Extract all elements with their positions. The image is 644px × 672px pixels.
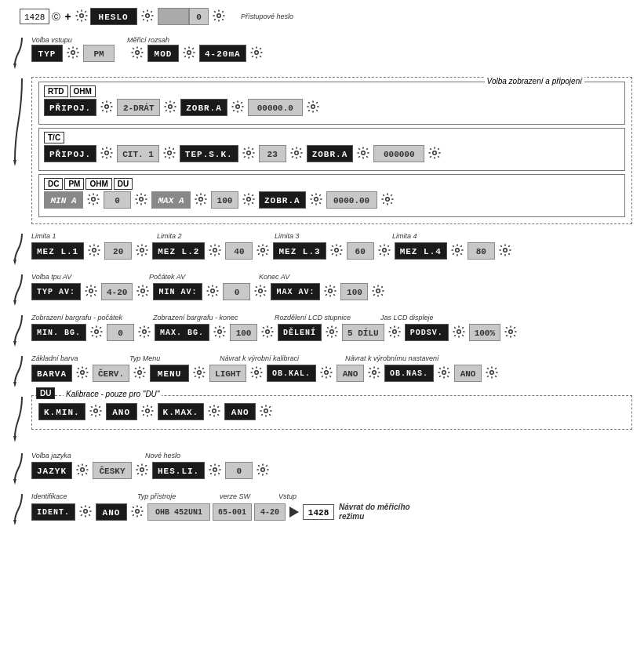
merici-label: Měřicí rozsah [127,36,267,44]
password-row: 1428 Ⓒ + HESLO 0 Přístupové heslo [12,8,632,25]
svg-point-36 [141,289,145,293]
max-bg-val: 100 [230,324,257,341]
gear-bg-6 [386,325,403,340]
svg-point-51 [81,371,85,375]
mez3-display: MEZ L.3 [273,242,326,260]
circle-c-icon: Ⓒ [52,11,60,23]
bargraf-controls-row: MIN. BG. 0 MAX. BG. [31,324,632,341]
gear-bv-5 [318,365,335,381]
svg-point-9 [105,105,109,109]
gear-id-2 [129,504,146,520]
av-max-val: 100 [340,283,368,300]
jazyk-labels-row: Volba jazyka Nové heslo [31,452,632,460]
svg-marker-59 [13,436,16,442]
bargraf-roz-label: Rozdělení LCD stupnice [275,314,377,321]
gear-bv-6 [366,365,383,381]
svg-point-32 [456,249,460,252]
arrow-bargraf [13,315,31,347]
ident-content: Identifikace Typ přístroje verze SW Vstu… [31,492,632,526]
jazyk-val: ČESKY [93,462,132,479]
rtd-tab: RTD [44,85,68,97]
rtd-ohm-row: RTD OHM PŘIPOJ. 2-DRÁT [38,82,625,125]
limity-section-wrapper: Limita 1 Limita 2 Limita 3 Limita 4 MEZ … [12,232,632,265]
svg-point-60 [93,409,97,413]
svg-point-54 [255,371,259,375]
tc-tep: TEP.S.K. [180,145,238,162]
gear-av-1 [82,284,100,300]
svg-point-13 [105,151,109,155]
gear-bg-2 [136,325,153,340]
zobr-dc-val: 0000.00 [326,191,377,209]
svg-point-58 [490,371,494,375]
du-section-wrapper: DU Kalibrace - pouze pro "DU" K.MIN. ANO [12,395,632,444]
svg-marker-34 [13,300,16,306]
ohm-tab2: OHM [86,178,111,190]
arrow-ident [13,494,31,525]
gear-l1-2 [133,243,151,259]
du-kalibrace-label: Kalibrace - pouze pro "DU" [64,390,162,398]
gear-bg-7 [450,325,468,340]
mez4-display: MEZ L.4 [395,242,447,260]
svg-point-44 [218,330,222,334]
svg-point-15 [246,151,250,155]
gear-dc-4 [240,192,257,208]
tc-tep-val: 23 [259,145,286,162]
gear-rtd-3 [229,100,246,115]
ident-controls-row: IDENT. ANO OHB 452UN1 65-001 4-20 [31,503,632,521]
svg-point-47 [392,330,396,334]
dc-tab: DC [44,178,63,190]
verze-val: 65-001 [213,503,252,521]
deleni-display: DĚLENÍ [278,324,322,341]
av-section-wrapper: Volba tpu AV Počátek AV Konec AV TYP AV:… [12,273,632,306]
svg-point-17 [362,151,366,155]
val1-display: 20 [104,242,132,260]
gear-tc-6 [426,146,443,162]
svg-point-56 [373,371,377,375]
pripoj-display: PŘIPOJ. [44,99,96,116]
nove-heslo-label: Nové heslo [145,452,180,460]
svg-point-70 [84,510,88,514]
gear-icon-3 [210,9,227,24]
dc-row-controls: MIN A 0 [44,191,620,209]
gear-l3-2 [376,243,393,259]
svg-point-6 [187,51,191,55]
gear-jz-4 [254,463,271,478]
gear-l2-1 [206,243,224,259]
mez2-display: MEZ L.2 [152,242,205,260]
du-tab: DU [36,387,55,399]
typ-display: TYP [31,45,63,62]
svg-point-33 [504,249,508,252]
gear-id-1 [77,504,94,520]
deleni-val: 5 DÍLU [342,324,384,341]
min-val-display: 0 [104,191,131,209]
gear-icon-rozsah2 [248,45,265,61]
gear-av-2 [134,284,151,300]
limity-controls-row: MEZ L.1 20 MEZ L.2 [31,242,632,260]
av-content: Volba tpu AV Počátek AV Konec AV TYP AV:… [31,273,632,305]
vstup-header-label: Vstup [278,492,297,500]
svg-marker-64 [13,479,16,485]
du-controls-row: K.MIN. ANO K.MAX. [38,403,625,420]
gear-jz-3 [206,463,224,478]
jazyk-content: Volba jazyka Nové heslo JAZYK ČESKY [31,452,632,484]
barva-display: BARVA [31,365,72,382]
two-wire-display: 2-DRÁT [117,99,160,116]
menu-val: LIGHT [209,365,246,382]
zero-value: 0 [189,8,209,25]
svg-point-1 [145,14,149,18]
svg-point-68 [261,468,265,472]
ident-ano: ANO [96,503,127,521]
typ-header-label: Typ přístroje [137,492,216,500]
svg-marker-8 [13,160,16,166]
svg-point-57 [442,371,446,375]
nas-val: ANO [454,365,482,382]
gear-tc-5 [355,146,372,162]
av-min-display: MIN AV: [153,283,202,300]
zero-display [158,8,189,25]
bargraf-jas-label: Jas LCD displeje [380,314,434,321]
navrat-label: Návrat do měřicího režimu [339,503,410,521]
svg-point-12 [311,105,315,109]
bargraf-kon-label: Zobrazení bargrafu - konec [153,314,271,321]
svg-point-18 [433,151,437,155]
kmin-display: K.MIN. [38,403,86,420]
